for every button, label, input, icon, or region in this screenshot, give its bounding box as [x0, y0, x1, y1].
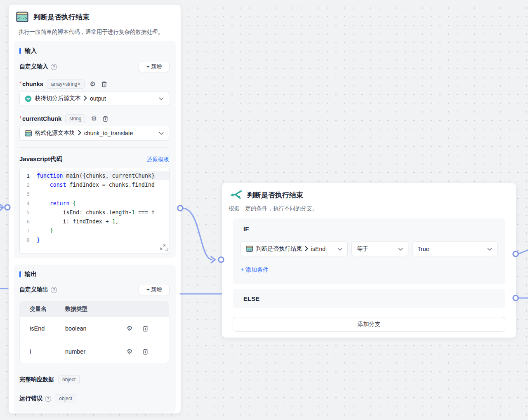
- code-line[interactable]: 3: [20, 190, 170, 199]
- help-icon[interactable]: ?: [51, 64, 57, 70]
- svg-text:<·>: <·>: [248, 249, 252, 251]
- if-block: IF <·> 判断是否执行结束 isEnd 等于: [233, 218, 505, 284]
- gear-icon[interactable]: ⚙: [127, 325, 132, 332]
- code-line[interactable]: 1function main({chunks, currentChunk}: [20, 171, 170, 180]
- code-node-title: 判断是否执行结束: [33, 12, 90, 22]
- chunks-value-select[interactable]: 获得切分后源文本 output: [19, 91, 169, 106]
- condition-variable-select[interactable]: <·> 判断是否执行结束 isEnd: [240, 241, 348, 256]
- chevron-down-icon: [159, 130, 164, 136]
- table-row: i number ⚙: [20, 340, 169, 363]
- resize-handle[interactable]: [165, 246, 169, 253]
- code-editor[interactable]: 1function main({chunks, currentChunk}2 c…: [19, 168, 170, 254]
- source-node-icon: [25, 95, 32, 102]
- line-number: 1: [20, 173, 30, 179]
- condition-value: True: [417, 246, 429, 252]
- output-table: 变量名 数据类型 isEnd boolean ⚙: [19, 301, 169, 363]
- help-icon[interactable]: ?: [45, 396, 51, 402]
- currentChunk-value-select[interactable]: <·> 格式化源文本块 chunk_to_translate: [19, 126, 169, 141]
- gear-icon[interactable]: ⚙: [127, 348, 132, 355]
- section-accent-bar: [19, 271, 21, 277]
- col-variable-name: 变量名: [20, 305, 65, 313]
- chevron-down-icon: [159, 95, 164, 102]
- input-section-header: 输入: [19, 47, 37, 55]
- edge-code-to-condition: [183, 208, 212, 260]
- section-accent-bar: [19, 48, 21, 54]
- gear-icon[interactable]: ⚙: [91, 115, 97, 122]
- output-var-type: boolean: [65, 325, 123, 332]
- branch-icon: [230, 189, 242, 201]
- trash-icon[interactable]: [142, 348, 148, 355]
- trash-icon[interactable]: [102, 115, 108, 122]
- condition-node-title: 判断是否执行结束: [247, 190, 303, 200]
- output-panel: 输出 自定义输出 ? + 新增 变量名 数据类型 isEnd boolean ⚙: [14, 265, 176, 413]
- add-output-button[interactable]: + 新增: [139, 284, 170, 295]
- required-asterisk: *: [19, 80, 21, 87]
- condition-node-description: 根据一定的条件，执行不同的分支。: [229, 205, 318, 212]
- edge-arrowhead: [0, 205, 4, 210]
- condition-value-select[interactable]: True: [412, 241, 497, 256]
- code-window-mini-icon: <·>: [246, 246, 253, 252]
- code-line[interactable]: 8}: [20, 235, 170, 244]
- code-line[interactable]: 2 const findIndex = chunks.findInd: [20, 180, 170, 189]
- svg-text:<·>: <·>: [26, 133, 31, 135]
- variable-key: isEnd: [311, 246, 325, 252]
- else-label: ELSE: [243, 295, 259, 302]
- table-row: isEnd boolean ⚙: [20, 317, 169, 340]
- ref-node-name: 获得切分后源文本: [35, 95, 81, 102]
- variable-node-name: 判断是否执行结束: [256, 245, 302, 253]
- input-panel: 输入 自定义输入 ? + 新增 * chunks array<string> ⚙: [14, 41, 176, 258]
- edge-arrowhead: [211, 257, 215, 263]
- field-name: currentChunk: [22, 115, 61, 122]
- input-field-chunks: * chunks array<string> ⚙: [19, 80, 107, 89]
- chevron-right-icon: [84, 95, 87, 102]
- add-branch-button[interactable]: 添加分支: [233, 317, 505, 332]
- edge-if-outgoing: [518, 250, 528, 254]
- code-node-header: <··> 判断是否执行结束: [16, 11, 90, 23]
- line-number: 7: [20, 228, 30, 234]
- field-type-tag: string: [65, 114, 85, 123]
- input-section-label: 输入: [25, 47, 37, 55]
- divider: [19, 147, 169, 148]
- chevron-down-icon: [398, 246, 403, 252]
- code-line[interactable]: 5 isEnd: chunks.length-1 === f: [20, 208, 170, 217]
- gear-icon[interactable]: ⚙: [90, 81, 96, 87]
- line-number: 3: [20, 191, 30, 197]
- field-type-tag: array<string>: [47, 80, 85, 89]
- full-response-row: 完整响应数据 object: [19, 375, 80, 384]
- col-data-type: 数据类型: [65, 305, 123, 313]
- type-tag: object: [58, 375, 80, 384]
- condition-node-header: 判断是否执行结束: [230, 189, 303, 201]
- condition-operator-select[interactable]: 等于: [351, 241, 408, 256]
- if-label: IF: [243, 225, 249, 232]
- restore-template-link[interactable]: 还原模板: [147, 156, 169, 163]
- code-node-description: 执行一段简单的脚本代码，通常用于进行复杂的数据处理。: [19, 28, 163, 36]
- code-window-mini-icon: <·>: [25, 130, 32, 136]
- trash-icon[interactable]: [142, 325, 148, 332]
- add-input-button[interactable]: + 新增: [139, 61, 170, 72]
- line-number: 8: [20, 237, 30, 243]
- code-section-header: Javascript代码 还原模板: [19, 155, 169, 163]
- else-block: ELSE: [233, 289, 505, 308]
- trash-icon[interactable]: [101, 81, 107, 87]
- add-condition-link[interactable]: + 添加条件: [240, 266, 269, 274]
- operator-value: 等于: [357, 245, 368, 253]
- chevron-right-icon: [305, 246, 308, 252]
- line-number: 4: [20, 200, 30, 206]
- custom-input-label: 自定义输入: [19, 63, 48, 70]
- help-icon[interactable]: ?: [51, 287, 57, 293]
- ref-key: chunk_to_translate: [84, 130, 133, 136]
- line-number: 6: [20, 218, 30, 225]
- line-number: 2: [20, 182, 30, 188]
- code-line[interactable]: 4 return {: [20, 199, 170, 208]
- code-line[interactable]: 6 i: findIndex + 1,: [20, 217, 170, 226]
- code-node-card[interactable]: <··> 判断是否执行结束 执行一段简单的脚本代码，通常用于进行复杂的数据处理。…: [8, 4, 181, 414]
- table-header-row: 变量名 数据类型: [20, 301, 169, 317]
- text-cursor: [155, 173, 156, 179]
- line-number: 5: [20, 209, 30, 216]
- condition-node-card[interactable]: 判断是否执行结束 根据一定的条件，执行不同的分支。 IF <·> 判断是否执行结…: [222, 183, 516, 338]
- input-field-currentChunk: * currentChunk string ⚙: [19, 114, 108, 123]
- full-response-label: 完整响应数据: [19, 376, 54, 383]
- ref-key: output: [90, 95, 106, 102]
- required-asterisk: *: [19, 115, 21, 121]
- code-line[interactable]: 7 }: [20, 226, 170, 235]
